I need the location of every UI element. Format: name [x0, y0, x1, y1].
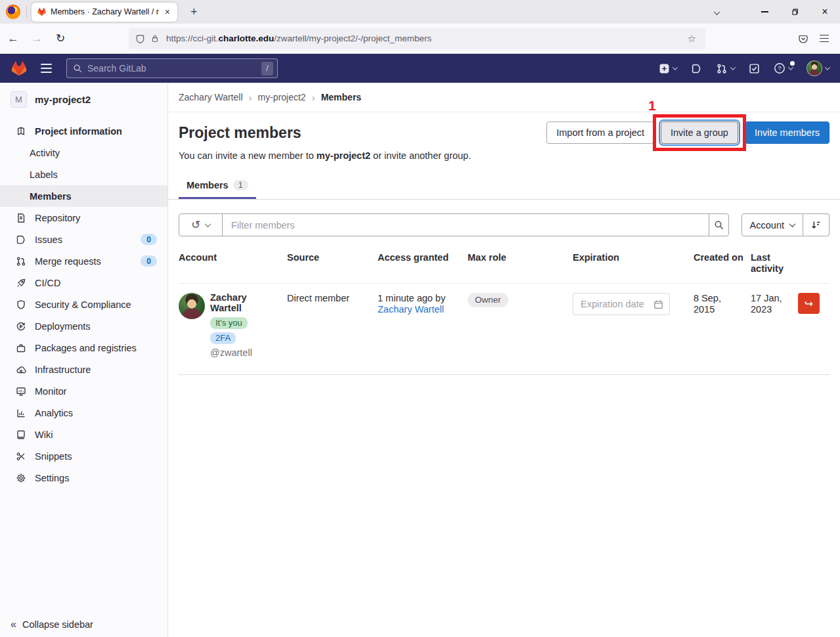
gitlab-menu-icon[interactable]	[41, 64, 52, 73]
user-menu-button[interactable]	[807, 60, 829, 76]
filter-members-input[interactable]	[223, 214, 709, 236]
col-account: Account	[179, 252, 287, 274]
shield-icon[interactable]	[135, 33, 145, 44]
sidebar-project-context[interactable]: M my-project2	[0, 83, 167, 116]
leave-project-button[interactable]: ↪	[798, 293, 820, 314]
svg-text:?: ?	[778, 64, 781, 72]
new-tab-button[interactable]: +	[187, 5, 202, 19]
recent-searches-dropdown[interactable]: ↺	[179, 214, 223, 236]
filter-members-box: ↺	[179, 213, 729, 236]
sidebar-item-deployments[interactable]: Deployments	[0, 315, 167, 337]
tab-members[interactable]: Members 1	[179, 174, 256, 199]
sidebar-item-members[interactable]: Members	[0, 185, 167, 207]
merge-requests-nav-icon[interactable]	[716, 63, 735, 74]
chevron-down-icon	[825, 64, 830, 70]
sidebar-item-security-compliance[interactable]: Security & Compliance	[0, 294, 167, 315]
package-icon	[16, 343, 26, 353]
project-information-icon	[16, 126, 26, 137]
todos-nav-icon[interactable]	[749, 63, 760, 74]
list-all-tabs-icon[interactable]	[715, 6, 719, 18]
breadcrumb-project[interactable]: my-project2	[258, 92, 306, 102]
project-avatar: M	[11, 91, 27, 108]
member-created-on: 8 Sep, 2015	[694, 293, 751, 358]
menu-hamburger-icon[interactable]	[814, 28, 835, 49]
sidebar-item-cicd[interactable]: CI/CD	[0, 272, 167, 294]
search-icon	[714, 220, 724, 231]
bookmark-star-icon[interactable]: ☆	[685, 33, 699, 45]
breadcrumb: Zachary Wartell › my-project2 › Members	[168, 83, 840, 112]
avatar	[807, 60, 822, 76]
gitlab-favicon	[37, 7, 47, 16]
sort-ascending-icon	[810, 219, 822, 231]
filter-search-button[interactable]	[709, 214, 728, 236]
chevron-down-icon	[205, 221, 211, 227]
sidebar-item-settings[interactable]: Settings	[0, 467, 167, 489]
sidebar-item-infrastructure[interactable]: Infrastructure	[0, 359, 167, 380]
sidebar-item-project-information[interactable]: Project information	[0, 120, 167, 142]
issues-count-badge: 0	[141, 234, 157, 245]
sidebar-item-issues[interactable]: Issues 0	[0, 229, 167, 250]
leave-icon: ↪	[805, 297, 813, 310]
sidebar-item-snippets[interactable]: Snippets	[0, 445, 167, 467]
sidebar-item-activity[interactable]: Activity	[0, 142, 167, 164]
tab-close-icon[interactable]: ×	[163, 7, 172, 17]
repository-icon	[16, 213, 26, 223]
issues-nav-icon[interactable]	[691, 63, 702, 74]
col-last-activity: Last activity	[751, 252, 798, 274]
import-from-project-button[interactable]: Import from a project	[546, 121, 654, 144]
firefox-logo-icon[interactable]	[6, 5, 20, 19]
sidebar-item-monitor[interactable]: Monitor	[0, 380, 167, 402]
col-expiration: Expiration	[573, 252, 694, 274]
reload-icon[interactable]: ↻	[50, 28, 71, 49]
merge-requests-count-badge: 0	[141, 255, 157, 267]
window-restore-button[interactable]	[780, 0, 810, 24]
browser-tab-active[interactable]: Members · Zachary Wartell / my ×	[32, 3, 177, 22]
help-nav-icon[interactable]: ?	[774, 62, 793, 74]
breadcrumb-separator: ›	[249, 92, 252, 103]
page-title: Project members	[179, 124, 301, 142]
deployments-icon	[16, 321, 26, 332]
sidebar-item-packages-registries[interactable]: Packages and registries	[0, 337, 167, 359]
sort-direction-button[interactable]	[803, 213, 829, 236]
sidebar-item-analytics[interactable]: Analytics	[0, 402, 167, 424]
history-icon: ↺	[191, 218, 200, 232]
new-menu-button[interactable]	[659, 63, 677, 74]
chart-icon	[16, 408, 26, 418]
sidebar-item-merge-requests[interactable]: Merge requests 0	[0, 250, 167, 272]
member-source: Direct member	[287, 293, 378, 358]
forward-icon[interactable]: →	[26, 28, 47, 49]
monitor-icon	[16, 386, 26, 397]
chevron-down-icon	[789, 221, 796, 227]
col-source: Source	[287, 252, 378, 274]
annotation-step-number: 1	[648, 98, 656, 114]
max-role-badge: Owner	[468, 293, 508, 307]
its-you-badge: It's you	[210, 317, 248, 329]
gitlab-logo-icon[interactable]	[11, 60, 28, 77]
pocket-icon[interactable]	[793, 28, 814, 49]
sidebar-item-labels[interactable]: Labels	[0, 164, 167, 185]
invite-a-group-button[interactable]: Invite a group	[661, 121, 738, 144]
tab-title: Members · Zachary Wartell / my	[51, 7, 159, 16]
expiration-date-field[interactable]	[573, 293, 670, 315]
calendar-icon[interactable]	[653, 299, 663, 309]
back-icon[interactable]: ←	[3, 28, 24, 49]
collapse-sidebar-button[interactable]: « Collapse sidebar	[11, 619, 93, 630]
search-input[interactable]	[87, 63, 261, 74]
breadcrumb-user[interactable]: Zachary Wartell	[179, 92, 243, 102]
member-avatar[interactable]	[179, 293, 205, 319]
sidebar-item-wiki[interactable]: Wiki	[0, 424, 167, 445]
access-granted-by-link[interactable]: Zachary Wartell	[378, 304, 444, 315]
expiration-date-input[interactable]	[581, 299, 653, 309]
gitlab-search-box[interactable]: /	[66, 58, 278, 78]
window-close-button[interactable]: ×	[810, 0, 840, 24]
tab-divider	[26, 5, 27, 18]
member-username: @zwartell	[210, 347, 252, 359]
window-minimize-button[interactable]	[749, 0, 780, 24]
invite-members-button[interactable]: Invite members	[745, 121, 829, 144]
url-bar[interactable]: https://cci-git.charlotte.edu/zwartell/m…	[129, 28, 705, 49]
member-name[interactable]: Zachary Wartell	[210, 293, 280, 314]
gear-icon	[16, 473, 26, 483]
sidebar-item-repository[interactable]: Repository	[0, 207, 167, 229]
sort-field-dropdown[interactable]: Account	[741, 213, 803, 236]
main-content: Zachary Wartell › my-project2 › Members …	[168, 83, 840, 637]
